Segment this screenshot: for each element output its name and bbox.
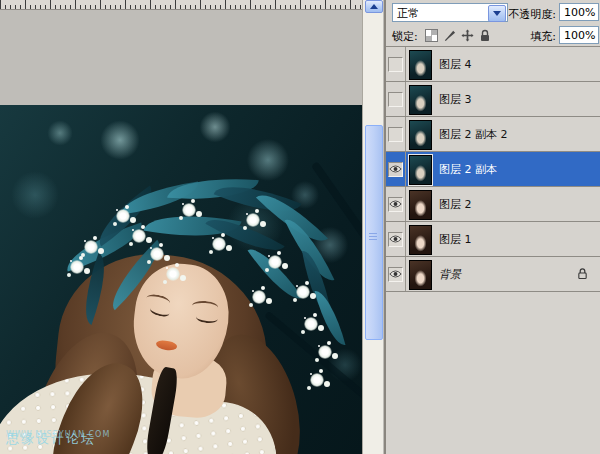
checkerboard-icon: [425, 29, 438, 42]
photo-shape: [315, 287, 346, 349]
layer-thumbnail[interactable]: [409, 260, 432, 290]
photo-shape: [84, 240, 98, 254]
layer-lock-icon: [577, 267, 588, 280]
visibility-cell[interactable]: [386, 187, 406, 221]
photo-shape: [212, 237, 226, 251]
visibility-cell[interactable]: [386, 152, 406, 186]
photo-shape: [246, 213, 260, 227]
photoshop-workspace: 思缘设计论坛 www.missyuan.com 正常 不透明度: 100% 锁定…: [0, 0, 600, 454]
photo-shape: [268, 255, 282, 269]
layer-name: 图层 2: [439, 197, 472, 212]
vertical-scrollbar[interactable]: [362, 0, 383, 454]
chevron-down-icon: [493, 11, 501, 16]
eye-icon: [389, 164, 402, 174]
visibility-toggle[interactable]: [388, 232, 403, 247]
photo-shape: [252, 290, 266, 304]
lock-label: 锁定:: [392, 29, 418, 44]
lock-transparency-button[interactable]: [424, 28, 438, 42]
photo-shape: [296, 285, 310, 299]
blend-mode-select[interactable]: 正常: [392, 3, 508, 22]
layer-row[interactable]: 图层 2 副本: [386, 152, 600, 187]
blend-mode-row: 正常 不透明度: 100%: [386, 0, 600, 25]
layer-row[interactable]: 图层 2 副本 2: [386, 117, 600, 152]
visibility-toggle[interactable]: [388, 267, 403, 282]
layer-thumbnail[interactable]: [409, 155, 432, 185]
photo-shape: [132, 229, 146, 243]
visibility-toggle[interactable]: [388, 127, 403, 142]
layer-name: 图层 4: [439, 57, 472, 72]
layer-name: 图层 2 副本: [439, 162, 497, 177]
eye-icon: [389, 199, 402, 209]
arrow-up-icon: [370, 4, 378, 9]
layer-name: 图层 3: [439, 92, 472, 107]
watermark-url: www.missyuan.com: [6, 430, 110, 439]
layer-thumbnail[interactable]: [409, 120, 432, 150]
layer-thumbnail[interactable]: [409, 50, 432, 80]
layers-list: 图层 4 图层 3 图层 2 副本 2 图层 2 副本: [386, 46, 600, 292]
layer-thumbnail[interactable]: [409, 225, 432, 255]
visibility-toggle[interactable]: [388, 197, 403, 212]
visibility-cell[interactable]: [386, 82, 406, 116]
visibility-toggle[interactable]: [388, 57, 403, 72]
photo-shape: [166, 267, 180, 281]
photo-shape: [304, 317, 318, 331]
blend-mode-value: 正常: [397, 6, 419, 21]
layer-row[interactable]: 图层 3: [386, 82, 600, 117]
layer-name: 背景: [439, 267, 461, 282]
layer-row[interactable]: 图层 2: [386, 187, 600, 222]
visibility-cell[interactable]: [386, 117, 406, 151]
layers-panel: 正常 不透明度: 100% 锁定: 填: [384, 0, 600, 454]
fill-field[interactable]: 100%: [559, 26, 599, 44]
photo-shape: [182, 203, 196, 217]
eye-icon: [389, 269, 402, 279]
photo-shape: [70, 260, 84, 274]
lock-row: 锁定: 填充: 100%: [386, 25, 600, 46]
layer-thumbnail[interactable]: [409, 85, 432, 115]
opacity-label: 不透明度:: [508, 7, 556, 22]
layer-row[interactable]: 图层 1: [386, 222, 600, 257]
photo-shape: [318, 345, 332, 359]
photo-shape: [310, 373, 324, 387]
scrollbar-grip-icon: [369, 233, 377, 241]
photo-shape: [116, 209, 130, 223]
layer-name: 图层 2 副本 2: [439, 127, 508, 142]
opacity-field[interactable]: 100%: [559, 3, 599, 21]
visibility-cell[interactable]: [386, 257, 406, 291]
visibility-cell[interactable]: [386, 47, 406, 81]
layer-name: 图层 1: [439, 232, 472, 247]
canvas-area: 思缘设计论坛 www.missyuan.com: [0, 0, 384, 454]
lock-options: [424, 28, 492, 42]
brush-icon: [443, 29, 456, 42]
layer-thumbnail[interactable]: [409, 190, 432, 220]
eye-icon: [389, 234, 402, 244]
visibility-cell[interactable]: [386, 222, 406, 256]
scroll-up-button[interactable]: [365, 0, 383, 13]
lock-position-button[interactable]: [460, 28, 474, 42]
photo-document: 思缘设计论坛 www.missyuan.com: [0, 105, 363, 454]
visibility-toggle[interactable]: [388, 162, 403, 177]
lock-all-button[interactable]: [478, 28, 492, 42]
lock-pixels-button[interactable]: [442, 28, 456, 42]
layer-row[interactable]: 图层 4: [386, 47, 600, 82]
padlock-icon: [479, 29, 491, 42]
layer-row[interactable]: 背景: [386, 257, 600, 292]
scrollbar-thumb[interactable]: [365, 125, 383, 340]
photo-shape: [347, 105, 363, 210]
blend-mode-dropdown-button[interactable]: [488, 5, 506, 22]
fill-label: 填充:: [508, 29, 556, 44]
photo-shape: [150, 247, 164, 261]
horizontal-ruler: [0, 0, 364, 10]
move-icon: [461, 29, 474, 42]
visibility-toggle[interactable]: [388, 92, 403, 107]
